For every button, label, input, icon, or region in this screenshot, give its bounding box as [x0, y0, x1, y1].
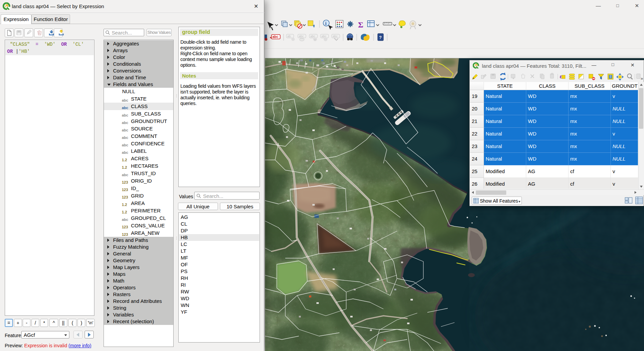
svg-text:abc: abc	[333, 35, 338, 38]
svg-text:?: ?	[379, 35, 382, 40]
svg-text:abc: abc	[272, 35, 279, 39]
svg-text:ab: ab	[287, 35, 291, 38]
svg-text:abc: abc	[299, 35, 304, 38]
svg-text:abc: abc	[321, 35, 327, 38]
svg-text:i: i	[325, 21, 327, 26]
svg-text:abc: abc	[310, 35, 315, 38]
svg-text:»: »	[641, 76, 643, 81]
svg-text:Σ: Σ	[358, 20, 363, 29]
